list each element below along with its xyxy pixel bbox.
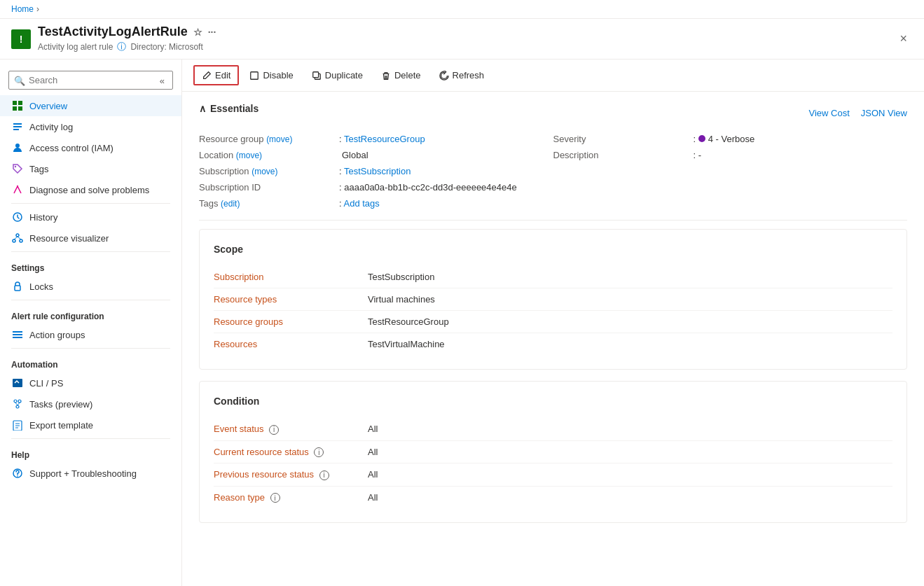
scope-resources-row: Resources TestVirtualMachine [214, 333, 892, 355]
support-icon [11, 467, 24, 480]
sidebar-item-tasks[interactable]: Tasks (preview) [0, 393, 181, 414]
divider-2 [11, 251, 170, 252]
svg-point-13 [20, 239, 22, 242]
locks-icon [11, 280, 24, 293]
more-options-icon[interactable]: ··· [208, 27, 216, 38]
subscription-label: Subscription (move) [199, 166, 339, 176]
action-groups-icon [11, 328, 24, 341]
scope-resource-groups-row: Resource groups TestResourceGroup [214, 311, 892, 333]
refresh-button[interactable]: Refresh [432, 66, 492, 85]
essentials-left: Resource group (move) : TestResourceGrou… [199, 131, 553, 211]
disable-button[interactable]: Disable [242, 66, 301, 85]
essentials-chevron-icon: ∧ [199, 103, 206, 114]
add-tags-link[interactable]: Add tags [344, 198, 380, 209]
delete-button[interactable]: Delete [373, 66, 429, 85]
subscription-move-link[interactable]: (move) [251, 167, 277, 176]
svg-rect-0 [13, 101, 17, 105]
sidebar-item-cli-ps[interactable]: CLI / PS [0, 372, 181, 393]
tags-row: Tags (edit) : Add tags [199, 195, 553, 211]
svg-rect-4 [13, 123, 22, 125]
sidebar-item-history[interactable]: History [0, 207, 181, 228]
reason-type-row: Reason type i All [214, 487, 892, 509]
sidebar-export-label: Export template [29, 420, 93, 431]
resource-type-label: Activity log alert rule [38, 42, 113, 52]
history-icon [11, 211, 24, 223]
resource-group-link[interactable]: TestResourceGroup [344, 134, 425, 144]
resource-icon-letter: ! [20, 34, 23, 45]
subscription-link[interactable]: TestSubscription [344, 166, 411, 176]
event-status-label: Event status i [214, 424, 368, 435]
current-resource-status-info-icon[interactable]: i [314, 447, 324, 457]
breadcrumb-chevron: › [36, 4, 39, 14]
close-button[interactable]: × [894, 29, 913, 49]
view-cost-link[interactable]: View Cost [808, 108, 849, 118]
scope-resource-types-value: Virtual machines [368, 294, 435, 305]
scope-subscription-value: TestSubscription [368, 272, 434, 282]
current-resource-status-value: All [368, 447, 378, 457]
sidebar-item-overview[interactable]: Overview [0, 95, 181, 116]
json-view-link[interactable]: JSON View [861, 108, 907, 118]
reason-type-label: Reason type i [214, 492, 368, 503]
scope-subscription-label: Subscription [214, 272, 368, 282]
resource-visualizer-icon [11, 232, 24, 244]
sidebar-item-locks[interactable]: Locks [0, 276, 181, 297]
sidebar-section-automation: Automation [0, 351, 181, 372]
tags-edit-link[interactable]: (edit) [221, 199, 240, 209]
severity-row: Severity : 4 - Verbose [553, 131, 908, 147]
svg-rect-1 [18, 101, 22, 105]
search-icon: 🔍 [14, 75, 25, 85]
svg-line-15 [18, 237, 21, 239]
collapse-sidebar-button[interactable]: « [160, 75, 165, 85]
main-content: Edit Disable Duplicate Delete Refresh [182, 60, 924, 586]
location-row: Location (move) Global [199, 147, 553, 163]
breadcrumb-home[interactable]: Home [11, 4, 34, 14]
delete-icon [381, 71, 391, 81]
scope-subscription-row: Subscription TestSubscription [214, 266, 892, 288]
sidebar-item-tags[interactable]: Tags [0, 158, 181, 179]
sidebar-section-help: Help [0, 442, 181, 463]
scope-card: Scope Subscription TestSubscription Reso… [199, 229, 907, 370]
reason-type-info-icon[interactable]: i [270, 493, 280, 503]
sidebar-item-support[interactable]: Support + Troubleshooting [0, 463, 181, 484]
resource-group-move-link[interactable]: (move) [266, 134, 292, 144]
svg-line-14 [14, 237, 18, 239]
top-bar: ! TestActivityLogAlertRule ☆ ··· Activit… [0, 19, 924, 60]
sidebar-item-resource-visualizer[interactable]: Resource visualizer [0, 228, 181, 249]
sidebar-action-groups-label: Action groups [29, 330, 85, 340]
content-area: ∧ Essentials View Cost JSON View Resourc… [182, 92, 924, 545]
svg-line-24 [15, 403, 18, 405]
svg-point-12 [13, 239, 15, 242]
svg-point-22 [18, 400, 21, 403]
search-input[interactable] [8, 71, 173, 90]
svg-point-7 [15, 144, 20, 148]
event-status-info-icon[interactable]: i [269, 425, 279, 435]
location-move-link[interactable]: (move) [236, 151, 262, 160]
svg-rect-19 [13, 337, 22, 338]
scope-resources-label: Resources [214, 339, 368, 349]
divider-1 [11, 203, 170, 204]
scope-resources-value: TestVirtualMachine [368, 339, 445, 349]
svg-point-21 [14, 400, 17, 403]
essentials-grid: Resource group (move) : TestResourceGrou… [199, 131, 907, 211]
sidebar-tags-label: Tags [29, 164, 48, 174]
location-value: Global [339, 150, 368, 160]
duplicate-button[interactable]: Duplicate [304, 66, 371, 85]
sidebar-item-activity-log[interactable]: Activity log [0, 116, 181, 137]
previous-resource-status-info-icon[interactable]: i [319, 470, 329, 480]
sidebar-item-diagnose[interactable]: Diagnose and solve problems [0, 179, 181, 200]
favorite-star-icon[interactable]: ☆ [193, 27, 202, 38]
sidebar-section-settings: Settings [0, 255, 181, 276]
scope-resource-groups-value: TestResourceGroup [368, 316, 449, 327]
svg-rect-5 [13, 126, 22, 127]
edit-button[interactable]: Edit [193, 65, 239, 85]
scope-resource-types-label: Resource types [214, 294, 368, 305]
subscription-value: : TestSubscription [339, 166, 411, 176]
scope-resource-groups-label: Resource groups [214, 316, 368, 327]
resource-title-text: TestActivityLogAlertRule [38, 25, 188, 39]
sidebar-item-access-control[interactable]: Access control (IAM) [0, 137, 181, 158]
main-layout: 🔍 « Overview Activity log [0, 60, 924, 586]
sidebar-item-action-groups[interactable]: Action groups [0, 324, 181, 345]
sidebar-item-export-template[interactable]: Export template [0, 414, 181, 435]
access-control-icon [11, 141, 24, 154]
severity-value: : 4 - Verbose [694, 134, 755, 144]
